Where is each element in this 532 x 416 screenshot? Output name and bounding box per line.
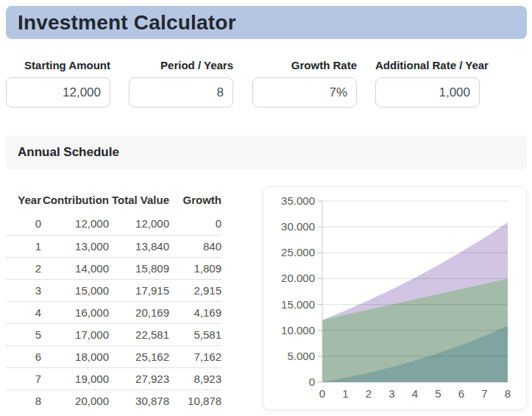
chart-card: 05.00010.00015.00020.00025.00030.00035.0… xyxy=(263,186,527,410)
svg-text:10.000: 10.000 xyxy=(281,324,315,336)
table-cell: 5,581 xyxy=(169,323,221,345)
additional-rate-field: Additional Rate / Year xyxy=(375,59,480,107)
svg-text:5.000: 5.000 xyxy=(287,350,315,362)
page-title: Investment Calculator xyxy=(18,11,236,35)
svg-text:1: 1 xyxy=(342,387,348,400)
schedule-table-body: 012,00012,0000113,00013,840840214,00015,… xyxy=(6,213,221,412)
table-cell: 20,000 xyxy=(41,389,109,412)
table-row: 214,00015,8091,809 xyxy=(6,257,221,279)
svg-text:0: 0 xyxy=(319,387,325,400)
table-cell: 13,000 xyxy=(41,235,109,257)
table-cell: 27,923 xyxy=(109,367,169,389)
table-row: 820,00030,87810,878 xyxy=(6,389,221,412)
table-row: 315,00017,9152,915 xyxy=(6,279,221,301)
table-cell: 20,169 xyxy=(109,301,169,323)
period-years-field: Period / Years xyxy=(129,59,233,107)
column-header-growth: Growth xyxy=(169,186,221,213)
svg-text:30.000: 30.000 xyxy=(281,220,315,233)
svg-text:0: 0 xyxy=(309,376,315,388)
svg-text:25.000: 25.000 xyxy=(281,246,315,258)
table-cell: 840 xyxy=(169,235,221,257)
table-cell: 7,162 xyxy=(169,345,221,367)
additional-rate-label: Additional Rate / Year xyxy=(375,59,480,72)
table-cell: 0 xyxy=(169,213,221,235)
table-cell: 4,169 xyxy=(169,301,221,323)
table-cell: 7 xyxy=(6,367,41,389)
table-cell: 2 xyxy=(6,257,41,279)
starting-amount-label: Starting Amount xyxy=(6,59,110,72)
table-cell: 6 xyxy=(6,345,41,367)
table-header-row: Year Contribution Total Value Growth xyxy=(6,186,221,213)
schedule-table: Year Contribution Total Value Growth 012… xyxy=(6,186,221,412)
table-row: 012,00012,0000 xyxy=(6,213,221,235)
table-cell: 12,000 xyxy=(109,213,169,235)
table-cell: 15,809 xyxy=(109,257,169,279)
table-cell: 1,809 xyxy=(169,257,221,279)
page-root: Investment Calculator Starting Amount Pe… xyxy=(0,0,532,416)
additional-rate-input[interactable] xyxy=(375,77,480,107)
annual-schedule-title: Annual Schedule xyxy=(18,145,119,160)
column-header-year: Year xyxy=(6,186,41,213)
table-cell: 30,878 xyxy=(109,389,169,412)
table-row: 113,00013,840840 xyxy=(6,235,221,257)
svg-text:35.000: 35.000 xyxy=(281,194,315,207)
table-cell: 18,000 xyxy=(41,345,109,367)
annual-schedule-chart: 05.00010.00015.00020.00025.00030.00035.0… xyxy=(263,187,526,409)
table-cell: 1 xyxy=(6,235,41,257)
svg-text:6: 6 xyxy=(458,387,464,400)
column-header-contribution: Contribution xyxy=(41,186,109,213)
table-cell: 5 xyxy=(6,323,41,345)
table-cell: 4 xyxy=(6,301,41,323)
growth-rate-input[interactable] xyxy=(252,77,357,107)
table-row: 618,00025,1627,162 xyxy=(6,345,221,367)
table-cell: 13,840 xyxy=(109,235,169,257)
table-cell: 22,581 xyxy=(109,323,169,345)
column-header-total-value: Total Value xyxy=(109,186,169,213)
table-cell: 3 xyxy=(6,279,41,301)
growth-rate-field: Growth Rate xyxy=(252,59,357,107)
svg-text:5: 5 xyxy=(435,387,441,400)
table-cell: 10,878 xyxy=(169,389,221,412)
table-cell: 0 xyxy=(6,213,41,235)
svg-text:15.000: 15.000 xyxy=(281,298,315,311)
svg-text:7: 7 xyxy=(481,387,487,400)
table-cell: 25,162 xyxy=(109,345,169,367)
table-row: 416,00020,1694,169 xyxy=(6,301,221,323)
svg-text:20.000: 20.000 xyxy=(281,272,315,284)
table-cell: 19,000 xyxy=(41,367,109,389)
svg-text:4: 4 xyxy=(412,387,418,400)
table-row: 517,00022,5815,581 xyxy=(6,323,221,345)
period-years-label: Period / Years xyxy=(129,59,233,72)
starting-amount-input[interactable] xyxy=(6,77,110,107)
starting-amount-field: Starting Amount xyxy=(6,59,110,107)
table-cell: 16,000 xyxy=(41,301,109,323)
table-cell: 14,000 xyxy=(41,257,109,279)
svg-text:2: 2 xyxy=(366,387,372,400)
table-cell: 8 xyxy=(6,389,41,412)
svg-text:8: 8 xyxy=(505,387,511,400)
svg-text:3: 3 xyxy=(389,387,394,400)
title-bar: Investment Calculator xyxy=(6,6,527,39)
table-cell: 8,923 xyxy=(169,367,221,389)
growth-rate-label: Growth Rate xyxy=(252,59,357,72)
period-years-input[interactable] xyxy=(129,77,233,107)
annual-schedule-header: Annual Schedule xyxy=(6,135,527,169)
table-cell: 2,915 xyxy=(169,279,221,301)
table-row: 719,00027,9238,923 xyxy=(6,367,221,389)
table-cell: 15,000 xyxy=(41,279,109,301)
table-cell: 17,000 xyxy=(41,323,109,345)
table-cell: 17,915 xyxy=(109,279,169,301)
table-cell: 12,000 xyxy=(41,213,109,235)
